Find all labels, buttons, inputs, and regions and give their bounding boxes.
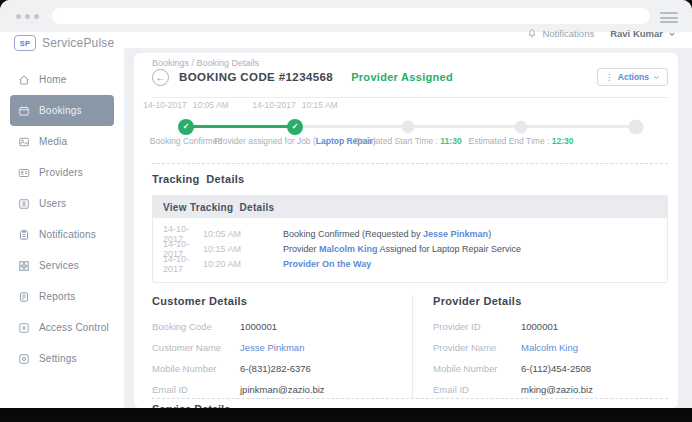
- sidebar-item-label: Settings: [39, 353, 77, 364]
- timeline-node-end-icon: [629, 119, 644, 134]
- main-area: Bookings / Booking Details ← BOOKING COD…: [124, 48, 692, 408]
- notifications-label: Notifications: [542, 28, 594, 39]
- window-control-dots[interactable]: [16, 14, 39, 19]
- report-icon: [18, 291, 30, 303]
- url-bar[interactable]: [52, 8, 650, 24]
- customer-name-link[interactable]: Jesse Pinkman: [240, 342, 304, 353]
- vertical-dots-icon: ⋮: [605, 73, 614, 82]
- browser-window: SP ServicePulse Notifications Ravi Kumar…: [0, 0, 692, 408]
- timeline-step-label: Provider assigned for Job (Laptop Repair…: [214, 136, 376, 146]
- logo-icon: SP: [14, 35, 36, 51]
- sidebar-item-label: Users: [39, 198, 66, 209]
- grid-icon: [18, 260, 30, 272]
- provider-details: Provider Details Provider ID 1000001 Pro…: [412, 295, 668, 398]
- back-button[interactable]: ←: [152, 69, 169, 86]
- header-right: Notifications Ravi Kumar: [527, 28, 676, 39]
- timeline-node-done-icon: ✓: [178, 119, 194, 135]
- field-row: Email ID jpinkman@zazio.biz: [152, 379, 402, 400]
- page-title: BOOKING CODE #1234568: [179, 71, 333, 83]
- field-row: Mobile Number 6-(112)454-2508: [433, 358, 668, 379]
- field-row: Customer Name Jesse Pinkman: [152, 337, 402, 358]
- user-icon: [18, 198, 30, 210]
- notifications-button[interactable]: Notifications: [527, 28, 594, 39]
- browser-menu-icon[interactable]: [660, 12, 678, 26]
- chevron-down-icon: [653, 75, 660, 80]
- tracking-panel: View Tracking Details 14-10-2017 10:05 A…: [152, 195, 668, 283]
- sidebar-item-label: Providers: [39, 167, 83, 178]
- user-name: Ravi Kumar: [610, 28, 663, 39]
- field-row: Provider Name Malcolm King: [433, 337, 668, 358]
- sidebar-item-notifications[interactable]: Notifications: [0, 219, 124, 250]
- timeline-step-label: Estimated Start Time : 11:30: [354, 136, 461, 146]
- sidebar-item-label: Reports: [39, 291, 75, 302]
- clipboard-icon: [18, 229, 30, 241]
- app-logo[interactable]: SP ServicePulse: [14, 35, 114, 51]
- actions-label: Actions: [618, 72, 649, 82]
- timeline-date: 14-10-201710:05 AM: [143, 100, 228, 110]
- sidebar-item-label: Media: [39, 136, 67, 147]
- calendar-icon: [18, 105, 30, 117]
- sidebar-item-label: Access Control: [39, 322, 109, 333]
- media-icon: [18, 136, 30, 148]
- customer-details: Customer Details Booking Code 1000001 Cu…: [152, 295, 402, 400]
- sidebar-item-reports[interactable]: Reports: [0, 281, 124, 312]
- chevron-down-icon: [668, 31, 676, 37]
- timeline-node-done-icon: ✓: [287, 119, 303, 135]
- window-dot-icon[interactable]: [16, 14, 21, 19]
- field-row: Mobile Number 6-(831)282-6376: [152, 358, 402, 379]
- status-badge: Provider Assigned: [351, 71, 453, 83]
- title-row: ← BOOKING CODE #1234568 Provider Assigne…: [152, 67, 668, 87]
- sidebar-item-settings[interactable]: Settings: [0, 343, 124, 374]
- actions-button[interactable]: ⋮ Actions: [597, 68, 668, 86]
- provider-name-link[interactable]: Malcolm King: [521, 342, 578, 353]
- sidebar-item-services[interactable]: Services: [0, 250, 124, 281]
- tracking-row: 14-10-2017 10:20 AM Provider On the Way: [163, 256, 657, 271]
- sidebar-item-providers[interactable]: Providers: [0, 157, 124, 188]
- gear-icon: [18, 353, 30, 365]
- timeline-step-label: Booking Confirmed: [150, 136, 222, 146]
- sidebar-item-bookings[interactable]: Bookings: [10, 95, 114, 126]
- sidebar-item-label: Services: [39, 260, 79, 271]
- bell-icon: [527, 28, 537, 39]
- dashed-divider: [152, 398, 668, 399]
- timeline-node-pending-icon: [402, 120, 415, 133]
- sidebar-item-home[interactable]: Home: [0, 64, 124, 95]
- tracking-row: 14-10-2017 10:15 AM Provider Malcolm Kin…: [163, 241, 657, 256]
- tracking-row: 14-10-2017 10:05 AM Booking Confirmed (R…: [163, 226, 657, 241]
- timeline-track-done: [186, 125, 295, 128]
- sidebar-item-access-control[interactable]: Access Control: [0, 312, 124, 343]
- window-dot-icon[interactable]: [25, 14, 30, 19]
- timeline-node-pending-icon: [515, 120, 528, 133]
- field-row: Booking Code 1000001: [152, 316, 402, 337]
- field-row: Email ID mking@zazio.biz: [433, 379, 668, 400]
- window-dot-icon[interactable]: [34, 14, 39, 19]
- details-section: Customer Details Booking Code 1000001 Cu…: [134, 291, 678, 398]
- booking-details-card: Bookings / Booking Details ← BOOKING COD…: [134, 53, 678, 408]
- field-row: Provider ID 1000001: [433, 316, 668, 337]
- sidebar-item-users[interactable]: Users: [0, 188, 124, 219]
- sidebar-item-label: Notifications: [39, 229, 96, 240]
- customer-name-link[interactable]: Jesse Pinkman: [423, 229, 488, 239]
- home-icon: [18, 74, 30, 86]
- provider-details-title: Provider Details: [433, 295, 668, 307]
- sidebar-item-label: Bookings: [39, 105, 82, 116]
- provider-status-link[interactable]: Provider On the Way: [283, 259, 371, 269]
- timeline-date: 14-10-201710:15 AM: [252, 100, 337, 110]
- provider-name-link[interactable]: Malcolm King: [319, 244, 378, 254]
- user-menu[interactable]: Ravi Kumar: [610, 28, 676, 39]
- sidebar-item-label: Home: [39, 74, 66, 85]
- access-control-icon: [18, 322, 30, 334]
- booking-timeline: 14-10-201710:05 AM 14-10-201710:15 AM ✓ …: [134, 98, 678, 162]
- dashed-divider: [152, 163, 668, 164]
- brand-name: ServicePulse: [42, 36, 114, 50]
- tracking-panel-header: View Tracking Details: [153, 196, 667, 218]
- id-card-icon: [18, 167, 30, 179]
- service-details-title: Service Details: [152, 403, 230, 408]
- tracking-section-title: Tracking Details: [152, 173, 245, 185]
- customer-details-title: Customer Details: [152, 295, 402, 307]
- sidebar-item-media[interactable]: Media: [0, 126, 124, 157]
- sidebar: Home Bookings Media Providers Users Noti…: [0, 64, 124, 374]
- timeline-step-label: Estimated End Time : 12:30: [469, 136, 574, 146]
